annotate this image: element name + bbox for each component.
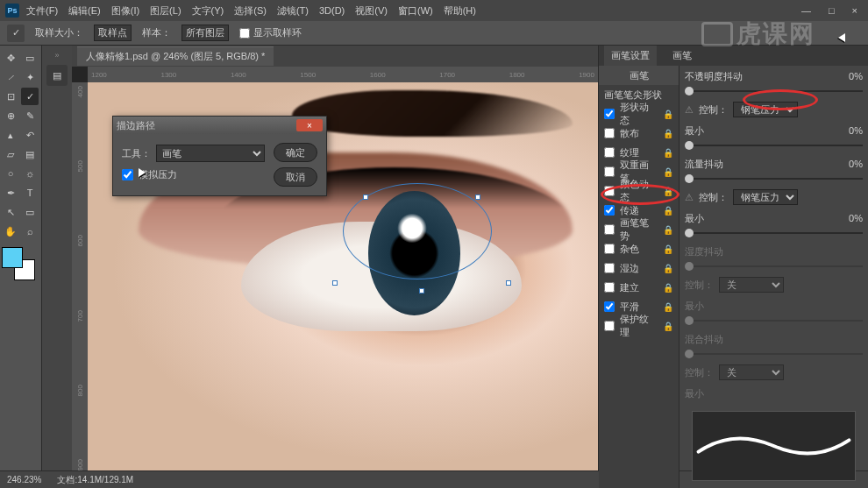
maximize-button[interactable]: □ [823,4,840,18]
close-window-button[interactable]: × [847,4,863,18]
brush-options-list: 画笔 画笔笔尖形状 形状动态🔒散布🔒纹理🔒双重画笔🔒颜色动态🔒传递🔒画笔笔势🔒杂… [599,66,679,488]
brush-option-checkbox[interactable] [604,109,615,119]
flow-jitter-slider[interactable] [685,174,863,183]
dialog-titlebar[interactable]: 描边路径 × [113,117,326,134]
opacity-jitter-value[interactable]: 0% [831,71,863,81]
brush-option-checkbox[interactable] [604,128,615,138]
min-label-2: 最小 [685,212,704,225]
brush-option-label: 形状动态 [620,101,658,127]
tab-brushes[interactable]: 画笔 [665,46,699,66]
show-ring-input[interactable] [239,28,250,39]
brush-option-checkbox[interactable] [604,147,615,158]
move-tool[interactable]: ✥ [2,49,19,67]
sample-layers-dropdown[interactable]: 所有图层 [181,25,229,41]
min-value-2[interactable]: 0% [831,213,863,223]
eyedropper-tool[interactable]: ✓ [21,88,39,105]
brush-option-row[interactable]: 画笔笔势🔒 [599,220,679,239]
brush-option-checkbox[interactable] [604,224,615,235]
brush-option-row[interactable]: 杂色🔒 [599,239,679,258]
min-slider[interactable] [685,141,863,150]
current-tool-icon[interactable]: ✓ [7,25,25,42]
zoom-level[interactable]: 246.23% [7,475,41,484]
pen-tool[interactable]: ✒ [2,184,19,202]
cancel-button[interactable]: 取消 [274,167,317,187]
brush-option-checkbox[interactable] [604,166,615,177]
lock-icon: 🔒 [663,110,673,119]
brush-option-row[interactable]: 建立🔒 [599,278,679,297]
control-label-3: 控制： [685,279,714,292]
dialog-close-button[interactable]: × [296,119,323,131]
menu-type[interactable]: 文字(Y) [189,3,228,19]
path-select-tool[interactable]: ↖ [2,203,19,221]
heal-tool[interactable]: ⊕ [2,107,19,124]
collapsed-panel-button[interactable]: ▤ [46,65,68,86]
shape-tool[interactable]: ▭ [21,203,39,221]
ok-button[interactable]: 确定 [274,143,317,162]
brush-option-row[interactable]: 颜色动态🔒 [599,181,679,201]
brush-option-row[interactable]: 形状动态🔒 [599,104,679,124]
menu-file[interactable]: 文件(F) [23,3,61,19]
hand-tool[interactable]: ✋ [2,223,19,240]
path-anchor[interactable] [475,194,480,200]
tab-brush-settings[interactable]: 画笔设置 [604,46,657,66]
control-dropdown[interactable]: 钢笔压力 [733,102,798,117]
crop-tool[interactable]: ⊡ [2,88,19,105]
document-tab[interactable]: 人像精修1.psd @ 246% (图层 5, RGB/8) * [77,46,274,66]
tool-dropdown[interactable]: 画笔 [156,145,265,162]
dodge-tool[interactable]: ☼ [21,165,39,182]
min-value[interactable]: 0% [831,125,863,136]
stamp-tool[interactable]: ▴ [2,126,19,144]
path-anchor[interactable] [363,194,368,200]
brush-option-checkbox[interactable] [604,321,615,331]
brush-option-checkbox[interactable] [604,263,615,273]
control-dropdown-2[interactable]: 钢笔压力 [733,189,798,205]
brush-option-row[interactable]: 散布🔒 [599,124,679,143]
brush-option-row[interactable]: 保护纹理🔒 [599,316,679,336]
zoom-tool[interactable]: ⌕ [21,223,39,240]
wand-tool[interactable]: ✦ [21,68,39,86]
menu-filter[interactable]: 滤镜(T) [274,3,312,19]
blur-tool[interactable]: ○ [2,165,19,182]
dock-collapse-arrows[interactable]: » [54,51,59,60]
flow-jitter-value[interactable]: 0% [831,159,863,169]
marquee-tool[interactable]: ▭ [21,49,39,67]
menu-layer[interactable]: 图层(L) [146,3,184,19]
ruler-horizontal[interactable]: 1200 1300 1400 1500 1600 1700 1800 1900 [88,67,598,82]
menu-window[interactable]: 窗口(W) [395,3,437,19]
opacity-jitter-slider[interactable] [685,87,863,95]
ruler-vertical[interactable]: 400 500 600 700 800 900 [72,82,88,470]
path-anchor[interactable] [332,280,338,286]
show-ring-checkbox[interactable]: 显示取样环 [239,26,302,39]
eraser-tool[interactable]: ▱ [2,145,19,163]
ruler-tick: 1300 [160,71,176,79]
window-controls: — □ × [796,4,863,18]
simulate-pressure-checkbox[interactable] [122,169,133,180]
lasso-tool[interactable]: ⟋ [2,68,19,86]
brush-option-checkbox[interactable] [604,301,615,312]
history-brush-tool[interactable]: ↶ [21,126,39,144]
brush-option-checkbox[interactable] [604,244,615,254]
panel-body: 画笔 画笔笔尖形状 形状动态🔒散布🔒纹理🔒双重画笔🔒颜色动态🔒传递🔒画笔笔势🔒杂… [599,66,868,488]
path-anchor[interactable] [419,288,424,294]
menu-select[interactable]: 选择(S) [231,3,270,19]
menu-3d[interactable]: 3D(D) [316,4,348,18]
main-area: ✥ ▭ ⟋ ✦ ⊡ ✓ ⊕ ✎ ▴ ↶ ▱ ▤ ○ ☼ ✒ T ↖ ▭ ✋ ⌕ … [0,46,868,470]
menu-help[interactable]: 帮助(H) [440,3,480,19]
min-slider-2[interactable] [685,229,863,237]
brush-tool[interactable]: ✎ [21,107,39,124]
brush-option-label: 平滑 [620,301,639,314]
minimize-button[interactable]: — [796,4,816,18]
type-tool[interactable]: T [21,184,39,202]
menu-edit[interactable]: 编辑(E) [65,3,104,19]
gradient-tool[interactable]: ▤ [21,145,39,163]
path-anchor[interactable] [506,280,511,286]
fg-color-swatch[interactable] [2,247,23,268]
brush-option-row[interactable]: 湿边🔒 [599,258,679,278]
color-swatches[interactable] [2,247,35,280]
brush-option-checkbox[interactable] [604,186,615,196]
menu-image[interactable]: 图像(I) [108,3,143,19]
brush-option-checkbox[interactable] [604,205,615,216]
menu-view[interactable]: 视图(V) [352,3,391,19]
brush-option-checkbox[interactable] [604,282,615,293]
sample-size-dropdown[interactable]: 取样点 [94,25,132,41]
